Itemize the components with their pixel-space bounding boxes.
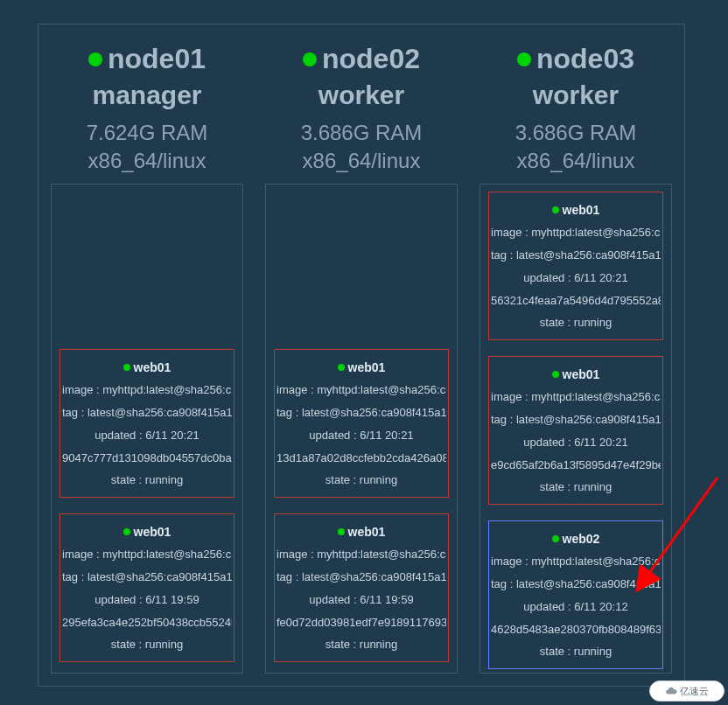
status-dot-icon [517,52,531,66]
service-tag: tag : latest@sha256:ca908f415a15 [276,570,446,585]
service-tag: tag : latest@sha256:ca908f415a15 [491,248,661,263]
service-updated: updated : 6/11 20:21 [276,429,446,443]
service-hash: 295efa3ca4e252bf50438ccb5524b [62,616,232,631]
node-role: worker [301,78,423,114]
service-card[interactable]: web01image : myhttpd:latest@sha256:catag… [488,356,663,505]
service-image: image : myhttpd:latest@sha256:ca [276,548,446,562]
service-state: state : running [491,480,661,495]
service-hash: 13d1a87a02d8ccfebb2cda426a087 [276,451,446,466]
service-state: state : running [276,473,446,488]
node-header: node01manager7.624G RAMx86_64/linux [87,40,208,175]
service-updated: updated : 6/11 20:21 [62,429,232,443]
node-ram: 3.686G RAM [515,119,637,147]
service-card[interactable]: web01image : myhttpd:latest@sha256:catag… [60,513,234,662]
node-role: manager [87,78,208,114]
service-title: web01 [134,360,172,374]
service-list: web01image : myhttpd:latest@sha256:catag… [51,184,243,674]
watermark-badge: 亿速云 [649,681,724,702]
service-hash: 56321c4feaa7a5496d4d795552a8a [491,294,661,309]
service-tag: tag : latest@sha256:ca908f415a15 [62,406,232,421]
status-dot-icon [303,52,317,66]
node-name: node03 [536,43,634,74]
service-list: web01image : myhttpd:latest@sha256:catag… [480,184,672,674]
service-image: image : myhttpd:latest@sha256:ca [62,548,232,562]
service-image: image : myhttpd:latest@sha256:ca [276,383,446,398]
node-arch: x86_64/linux [301,147,423,175]
service-card[interactable]: web01image : myhttpd:latest@sha256:catag… [488,192,663,340]
service-image: image : myhttpd:latest@sha256:ca [491,390,661,405]
node-name: node02 [322,43,420,74]
service-card[interactable]: web01image : myhttpd:latest@sha256:catag… [274,349,449,498]
service-updated: updated : 6/11 19:59 [62,593,232,608]
service-state: state : running [276,638,446,653]
node-role: worker [515,78,637,114]
service-title: web01 [134,525,172,539]
service-image: image : myhttpd:latest@sha256:ca [491,226,661,241]
service-tag: tag : latest@sha256:ca908f415a15 [62,570,232,585]
status-dot-icon [338,364,345,371]
service-card[interactable]: web01image : myhttpd:latest@sha256:catag… [274,513,449,662]
watermark-text: 亿速云 [680,685,709,698]
service-state: state : running [491,316,661,331]
node-header: node02worker3.686G RAMx86_64/linux [301,40,423,175]
service-updated: updated : 6/11 19:59 [276,593,446,608]
service-updated: updated : 6/11 20:21 [491,271,661,286]
service-updated: updated : 6/11 20:12 [491,600,661,615]
service-tag: tag : latest@sha256:ca908f415a15 [491,413,661,428]
service-list: web01image : myhttpd:latest@sha256:catag… [265,184,458,674]
service-title: web01 [563,203,600,217]
service-card[interactable]: web01image : myhttpd:latest@sha256:catag… [60,349,234,498]
node-arch: x86_64/linux [515,147,637,175]
node-column: node02worker3.686G RAMx86_64/linuxweb01i… [258,40,465,686]
service-tag: tag : latest@sha256:ca908f415a15 [491,577,661,592]
service-hash: 9047c777d131098db04557dc0bac [62,451,232,466]
status-dot-icon [552,535,559,542]
cluster-panel: node01manager7.624G RAMx86_64/linuxweb01… [38,24,685,687]
service-hash: 4628d5483ae280370fb808489f63 [491,623,661,638]
service-tag: tag : latest@sha256:ca908f415a15 [276,406,446,421]
node-column: node01manager7.624G RAMx86_64/linuxweb01… [44,40,250,686]
status-dot-icon [123,528,130,535]
service-updated: updated : 6/11 20:21 [491,436,661,450]
status-dot-icon [552,206,559,213]
service-state: state : running [491,645,661,660]
node-name: node01 [108,43,206,74]
status-dot-icon [123,364,130,371]
service-state: state : running [62,638,232,653]
service-title: web01 [348,525,386,539]
node-arch: x86_64/linux [87,147,208,175]
cloud-icon [665,685,677,697]
service-image: image : myhttpd:latest@sha256:ca [62,383,232,398]
service-image: image : myhttpd:latest@sha256:ca [491,555,661,569]
node-ram: 7.624G RAM [87,119,208,147]
service-hash: fe0d72dd03981edf7e9189117693 [276,616,446,631]
status-dot-icon [338,528,345,535]
service-title: web01 [348,360,386,374]
node-ram: 3.686G RAM [301,119,423,147]
service-title: web01 [563,367,600,381]
service-hash: e9cd65af2b6a13f5895d47e4f29be [491,458,661,473]
node-header: node03worker3.686G RAMx86_64/linux [515,40,637,175]
service-card[interactable]: web02image : myhttpd:latest@sha256:catag… [488,520,663,669]
node-column: node03worker3.686G RAMx86_64/linuxweb01i… [472,40,679,686]
status-dot-icon [88,52,102,66]
status-dot-icon [552,371,559,378]
service-title: web02 [563,532,600,546]
service-state: state : running [62,473,232,488]
